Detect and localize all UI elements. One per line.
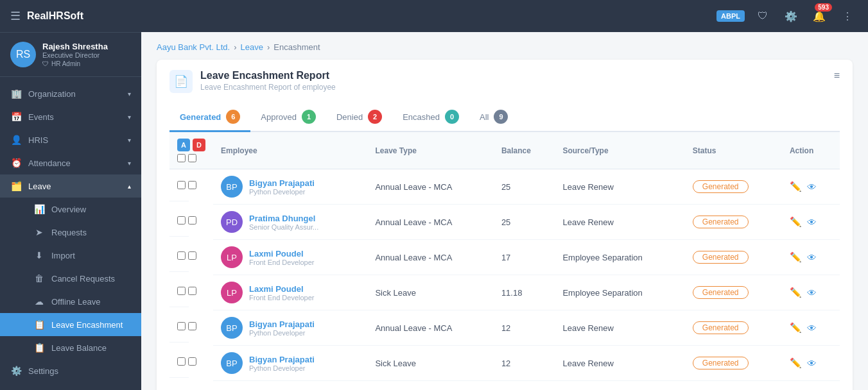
user-role: Executive Director — [42, 51, 131, 59]
row-checkbox-a-4[interactable] — [177, 322, 186, 330]
sidebar-item-label: HRIS — [28, 135, 121, 145]
edit-icon[interactable]: ✏️ — [790, 357, 802, 369]
table-footer: 0 Selected Employees Rows per page: 10 2… — [169, 381, 840, 390]
page-nav: ‹ › — [801, 387, 840, 390]
row-checkbox-d-1[interactable] — [188, 216, 196, 225]
shield-icon: 🛡 — [42, 60, 49, 67]
balance-cell: 25 — [494, 169, 555, 205]
overview-icon: 📊 — [33, 204, 45, 214]
attendance-icon: ⏰ — [10, 158, 22, 168]
employee-role: Python Developer — [249, 329, 315, 337]
sidebar-item-attendance[interactable]: ⏰ Attendance ▾ — [0, 151, 141, 174]
tab-denied-label: Denied — [336, 112, 363, 122]
edit-icon[interactable]: ✏️ — [790, 181, 802, 192]
employee-name[interactable]: Bigyan Prajapati — [249, 355, 315, 364]
sidebar-item-label: Requests — [51, 228, 131, 237]
sidebar-item-organization[interactable]: 🏢 Organization ▾ — [0, 82, 141, 105]
sidebar-item-requests[interactable]: ➤ Requests — [0, 221, 141, 244]
prev-page-button[interactable]: ‹ — [801, 387, 819, 390]
more-options-button[interactable]: ⋮ — [837, 6, 858, 26]
tab-denied[interactable]: Denied 2 — [326, 103, 392, 132]
tab-encashed-badge: 0 — [445, 110, 459, 124]
table-row: BP Bigyan Prajapati Python Developer Sic… — [169, 346, 840, 381]
sidebar-item-events[interactable]: 📅 Events ▾ — [0, 105, 141, 128]
select-all-checkbox-d[interactable] — [188, 154, 196, 162]
edit-icon[interactable]: ✏️ — [790, 251, 802, 263]
events-icon: 📅 — [10, 112, 22, 122]
employee-cell: PD Pratima Dhungel Senior Quality Assur.… — [213, 205, 367, 240]
table-row: PD Pratima Dhungel Senior Quality Assur.… — [169, 205, 840, 240]
view-icon[interactable]: 👁 — [807, 287, 817, 298]
col-header-balance: Balance — [494, 132, 555, 169]
sidebar-item-leave-encashment[interactable]: 📋 Leave Encashment — [0, 313, 141, 336]
tab-approved[interactable]: Approved 1 — [250, 103, 326, 132]
action-cell: ✏️ 👁 — [782, 346, 840, 381]
row-checkbox-a-1[interactable] — [177, 216, 186, 225]
sidebar-header: ☰ RealHRSoft — [0, 0, 141, 33]
table-row: LP Laxmi Poudel Front End Developer Sick… — [169, 275, 840, 310]
status-badge: Generated — [693, 180, 749, 193]
sidebar-item-import[interactable]: ⬇ Import — [0, 244, 141, 267]
row-checkbox-d-4[interactable] — [188, 322, 196, 330]
row-checkbox-a-2[interactable] — [177, 251, 186, 260]
hamburger-icon[interactable]: ☰ — [10, 9, 21, 23]
sidebar-item-leave[interactable]: 🗂️ Leave ▴ — [0, 174, 141, 198]
breadcrumb-company[interactable]: Aayu Bank Pvt. Ltd. — [157, 42, 230, 52]
employee-name[interactable]: Laxmi Poudel — [249, 284, 315, 294]
employee-table: A D Employee Leave Type Balance — [169, 132, 840, 381]
employee-role: Senior Quality Assur... — [249, 223, 318, 231]
row-checkbox-a-5[interactable] — [177, 357, 186, 366]
tab-all[interactable]: All 9 — [469, 103, 518, 132]
view-icon[interactable]: 👁 — [807, 217, 817, 228]
view-icon[interactable]: 👁 — [807, 182, 817, 192]
view-icon[interactable]: 👁 — [807, 252, 817, 263]
row-checkbox-d-2[interactable] — [188, 251, 196, 260]
employee-name[interactable]: Bigyan Prajapati — [249, 319, 315, 329]
employee-name[interactable]: Bigyan Prajapati — [249, 178, 315, 188]
leave-type-cell: Sick Leave — [367, 275, 493, 310]
edit-icon[interactable]: ✏️ — [790, 216, 802, 228]
sidebar-item-settings[interactable]: ⚙️ Settings — [0, 359, 141, 382]
row-checkbox-d-0[interactable] — [188, 181, 196, 189]
next-page-button[interactable]: › — [822, 387, 840, 390]
status-cell: Generated — [685, 240, 782, 275]
report-title-section: 📄 Leave Encashment Report Leave Encashme… — [169, 70, 336, 93]
shield-button[interactable]: 🛡 — [752, 6, 773, 26]
filter-icon[interactable]: ≡ — [834, 70, 840, 81]
view-icon[interactable]: 👁 — [807, 323, 817, 334]
row-checkbox-d-5[interactable] — [188, 357, 196, 366]
breadcrumb-section[interactable]: Leave — [241, 42, 263, 52]
settings-button[interactable]: ⚙️ — [781, 6, 801, 26]
view-icon[interactable]: 👁 — [807, 358, 817, 369]
leave-encashment-icon: 📋 — [33, 319, 45, 330]
row-checkboxes — [169, 275, 189, 307]
chevron-icon: ▴ — [128, 183, 131, 190]
settings-icon: ⚙️ — [10, 366, 22, 376]
notification-button[interactable]: 🔔 593 — [809, 6, 829, 26]
balance-cell: 11.18 — [494, 275, 555, 310]
row-checkbox-a-0[interactable] — [177, 181, 186, 189]
row-checkbox-d-3[interactable] — [188, 287, 196, 295]
source-type-cell: Leave Renew — [555, 346, 684, 381]
edit-icon[interactable]: ✏️ — [790, 287, 802, 298]
sidebar: ☰ RealHRSoft RS Rajesh Shrestha Executiv… — [0, 0, 141, 390]
employee-name[interactable]: Laxmi Poudel — [249, 249, 315, 259]
tab-encashed[interactable]: Encashed 0 — [392, 103, 469, 132]
sidebar-item-cancel-requests[interactable]: 🗑 Cancel Requests — [0, 267, 141, 290]
sidebar-item-overview[interactable]: 📊 Overview — [0, 198, 141, 221]
row-checkbox-a-3[interactable] — [177, 287, 186, 295]
col-header-checkbox-a: A D — [169, 132, 213, 169]
sidebar-item-offline-leave[interactable]: ☁ Offline Leave — [0, 290, 141, 313]
employee-name[interactable]: Pratima Dhungel — [249, 214, 318, 223]
report-icon: 📄 — [169, 70, 193, 93]
sidebar-item-hris[interactable]: 👤 HRIS ▾ — [0, 128, 141, 151]
sidebar-item-label: Cancel Requests — [51, 274, 131, 284]
breadcrumb-sep-2: › — [267, 42, 270, 52]
row-checkboxes — [169, 205, 189, 237]
tab-generated[interactable]: Generated 6 — [169, 103, 250, 132]
tab-encashed-label: Encashed — [403, 112, 440, 122]
edit-icon[interactable]: ✏️ — [790, 322, 802, 334]
select-all-checkbox-a[interactable] — [177, 154, 186, 162]
abpl-badge[interactable]: ABPL — [716, 10, 745, 22]
sidebar-item-leave-balance[interactable]: 📋 Leave Balance — [0, 336, 141, 359]
